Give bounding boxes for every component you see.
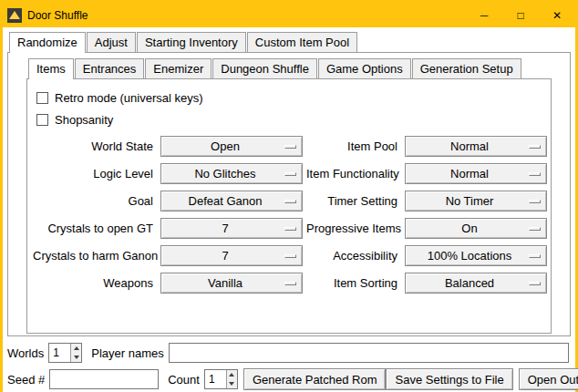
dropdown-indicator-icon — [529, 145, 541, 149]
item-sorting-label: Item Sorting — [306, 276, 401, 290]
count-value: 1 — [205, 370, 226, 388]
item-functionality-value: Normal — [450, 167, 489, 181]
timer-setting-dropdown[interactable]: No Timer — [405, 191, 547, 211]
tab-adjust[interactable]: Adjust — [87, 32, 136, 52]
window-controls: ─ □ ✕ — [466, 3, 575, 27]
shopsanity-label: Shopsanity — [55, 113, 113, 127]
spin-up-button[interactable] — [71, 344, 81, 353]
save-settings-button[interactable]: Save Settings to File — [386, 368, 512, 390]
window-title: Door Shuffle — [27, 9, 88, 22]
crystals-ganon-dropdown[interactable]: 7 — [160, 245, 303, 266]
dropdown-indicator-icon — [529, 254, 541, 258]
count-label: Count — [168, 373, 200, 387]
count-spinner[interactable]: 1 — [204, 369, 238, 389]
maximize-button[interactable]: □ — [502, 3, 539, 27]
seed-input[interactable] — [49, 369, 159, 389]
world-state-dropdown[interactable]: Open — [160, 136, 303, 157]
tab-game-options[interactable]: Game Options — [318, 58, 411, 78]
worlds-row: Worlds 1 Player names — [7, 342, 571, 364]
tab-enemizer[interactable]: Enemizer — [145, 58, 212, 78]
weapons-dropdown[interactable]: Vanilla — [160, 273, 303, 294]
tab-items[interactable]: Items — [28, 58, 74, 79]
item-pool-dropdown[interactable]: Normal — [405, 136, 547, 157]
item-functionality-label: Item Functionality — [306, 167, 401, 181]
shopsanity-checkbox[interactable] — [36, 114, 48, 126]
worlds-spinner-arrows — [70, 344, 81, 362]
tab-randomize[interactable]: Randomize — [9, 32, 86, 53]
seed-label: Seed # — [7, 373, 45, 387]
crystals-gt-value: 7 — [222, 222, 228, 235]
worlds-label: Worlds — [7, 346, 44, 360]
retro-mode-row[interactable]: Retro mode (universal keys) — [36, 87, 545, 108]
app-window: Door Shuffle ─ □ ✕ Randomize Adjust Star… — [0, 0, 578, 392]
dropdown-indicator-icon — [284, 200, 296, 203]
item-sorting-value: Balanced — [445, 276, 494, 290]
dropdown-indicator-icon — [284, 145, 296, 149]
progressive-items-value: On — [461, 222, 477, 235]
spin-down-button[interactable] — [71, 353, 81, 362]
spin-down-icon — [74, 356, 79, 359]
item-pool-label: Item Pool — [306, 139, 401, 153]
retro-mode-checkbox[interactable] — [36, 92, 48, 104]
logic-level-dropdown[interactable]: No Glitches — [160, 163, 303, 184]
options-grid: World State Open Item Pool Normal Logic … — [33, 136, 545, 294]
titlebar[interactable]: Door Shuffle ─ □ ✕ — [3, 3, 575, 27]
close-icon: ✕ — [552, 9, 562, 22]
primary-tab-bar: Randomize Adjust Starting Inventory Cust… — [7, 32, 571, 52]
spin-up-icon — [229, 373, 234, 377]
goal-value: Defeat Ganon — [189, 194, 263, 208]
world-state-value: Open — [211, 139, 240, 153]
accessibility-dropdown[interactable]: 100% Locations — [405, 245, 547, 266]
client-area: Randomize Adjust Starting Inventory Cust… — [3, 27, 575, 392]
tab-starting-inventory[interactable]: Starting Inventory — [137, 32, 246, 52]
minimize-icon: ─ — [480, 9, 489, 22]
player-names-input[interactable] — [169, 343, 569, 363]
dropdown-indicator-icon — [529, 227, 541, 231]
crystals-ganon-label: Crystals to harm Ganon — [33, 249, 157, 263]
crystals-ganon-value: 7 — [222, 249, 228, 263]
weapons-value: Vanilla — [208, 276, 243, 290]
dropdown-indicator-icon — [284, 254, 296, 258]
accessibility-value: 100% Locations — [428, 249, 512, 263]
crystals-gt-label: Crystals to open GT — [33, 222, 157, 235]
logic-level-label: Logic Level — [33, 167, 157, 181]
world-state-label: World State — [33, 139, 157, 153]
item-sorting-dropdown[interactable]: Balanced — [405, 273, 547, 294]
count-spinner-arrows — [226, 370, 237, 388]
tab-entrances[interactable]: Entrances — [75, 58, 145, 78]
logic-level-value: No Glitches — [194, 167, 255, 181]
progressive-items-label: Progressive Items — [306, 222, 401, 235]
primary-notebook: Randomize Adjust Starting Inventory Cust… — [7, 32, 571, 336]
timer-setting-value: No Timer — [446, 194, 494, 208]
worlds-spinner[interactable]: 1 — [48, 343, 82, 363]
spin-down-button[interactable] — [227, 379, 237, 388]
randomize-panel: Items Entrances Enemizer Dungeon Shuffle… — [7, 52, 571, 336]
dropdown-indicator-icon — [284, 282, 296, 285]
open-output-directory-button[interactable]: Open Output Directory — [519, 368, 578, 390]
tab-generation-setup[interactable]: Generation Setup — [412, 58, 521, 78]
dropdown-indicator-icon — [529, 172, 541, 176]
minimize-button[interactable]: ─ — [466, 3, 502, 27]
worlds-value: 1 — [49, 344, 70, 362]
tab-custom-item-pool[interactable]: Custom Item Pool — [247, 32, 357, 52]
goal-dropdown[interactable]: Defeat Ganon — [160, 191, 303, 211]
crystals-gt-dropdown[interactable]: 7 — [160, 218, 303, 239]
shopsanity-row[interactable]: Shopsanity — [36, 108, 545, 130]
timer-setting-label: Timer Setting — [306, 194, 401, 208]
items-panel: Retro mode (universal keys) Shopsanity W… — [26, 78, 552, 334]
item-functionality-dropdown[interactable]: Normal — [405, 163, 547, 184]
goal-label: Goal — [33, 194, 157, 208]
maximize-icon: □ — [517, 9, 523, 22]
weapons-label: Weapons — [33, 276, 157, 290]
dropdown-indicator-icon — [284, 227, 296, 231]
accessibility-label: Accessibility — [306, 249, 401, 263]
progressive-items-dropdown[interactable]: On — [405, 218, 547, 239]
close-button[interactable]: ✕ — [539, 3, 575, 27]
tab-dungeon-shuffle[interactable]: Dungeon Shuffle — [212, 58, 317, 78]
player-names-label: Player names — [91, 346, 163, 360]
footer: Worlds 1 Player names Seed # Count 1 — [3, 342, 575, 392]
item-pool-value: Normal — [450, 139, 489, 153]
secondary-tab-bar: Items Entrances Enemizer Dungeon Shuffle… — [26, 58, 570, 78]
spin-up-button[interactable] — [227, 370, 237, 379]
generate-patched-rom-button[interactable]: Generate Patched Rom — [243, 368, 387, 390]
